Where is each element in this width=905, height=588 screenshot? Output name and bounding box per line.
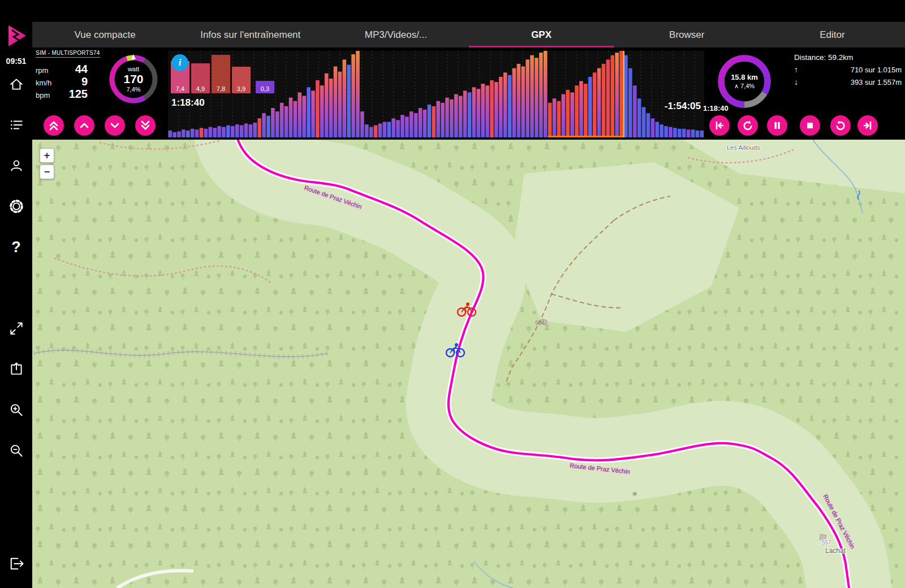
elevation-bar [266,116,270,137]
tab-vue-compacte[interactable]: Vue compacte [32,22,178,47]
elevation-bar [294,101,298,137]
tab-gpx[interactable]: GPX [469,22,614,47]
remaining-time: -1:54:05 [665,101,701,112]
skip-to-start-button[interactable] [709,115,730,136]
elevation-chart: 7,44,97,83,90,3 [168,51,704,137]
elevation-bar [347,65,351,138]
elevation-bar [700,131,704,137]
power-unit: watt [128,66,139,72]
power-gauge-readout: watt 170 7,4% [107,53,160,105]
elevation-bar [530,55,534,137]
elevation-bar [383,122,387,138]
elevation-bar [548,103,552,137]
jump-up-button[interactable] [74,115,94,136]
jump-up-fast-button[interactable] [44,115,64,136]
elevation-bar [209,127,213,137]
elevation-bar [351,54,355,137]
elevation-bar [419,108,423,137]
total-distance: Distance: 59.2km [794,51,902,63]
metric-value: 44 [59,63,88,76]
metric-label: rpm [36,66,59,75]
grade-segment-label: 4,9 [196,85,205,92]
zoom-in-button[interactable]: + [40,148,54,163]
elevation-bar [606,59,610,137]
elevation-bar [400,115,404,137]
fullscreen-icon[interactable] [7,319,26,338]
settings-gear-icon[interactable] [7,197,26,216]
elevation-bar [200,128,204,137]
tab-mp3-videos[interactable]: MP3/Videos/... [323,22,468,47]
elevation-bar [257,118,261,137]
map-zoom-in-icon[interactable] [7,400,26,420]
elevation-bar [262,113,266,137]
map-zoom-controls: + − [40,148,54,179]
elevation-bar [343,59,347,137]
exit-icon[interactable] [7,554,26,573]
elevation-bar [280,103,284,137]
dashboard: SIM - MULTISPORTS74 rpm 44 km/h 9 bpm 12… [32,47,905,140]
elevation-bar [217,126,221,137]
elevation-bar [302,96,306,137]
poi-marker: ✳ [632,490,637,498]
elevation-bar [682,129,686,137]
elevation-bar [298,92,302,137]
elevation-bar [414,113,418,137]
elevation-bar [566,90,570,137]
elevation-bar [557,101,561,137]
elevation-bar [673,128,677,137]
elevation-bar [660,124,663,137]
elevation-bar [562,94,566,138]
elevation-bar [535,58,538,137]
jump-down-fast-button[interactable] [135,115,156,136]
jump-down-button[interactable] [105,115,125,136]
profile-icon[interactable] [7,156,26,175]
elevation-bar [360,111,364,137]
reload-button[interactable] [830,115,851,136]
elevation-bar [696,131,700,137]
profile-name: SIM - MULTISPORTS74 [36,50,100,58]
elevation-bar [195,129,199,137]
tab-editor[interactable]: Editor [760,22,905,47]
metric-label: km/h [36,79,59,87]
elevation-bar [485,85,489,137]
descent-arrow-icon: ↓ [794,77,805,87]
elevation-bar [244,124,248,138]
elevation-bar [664,126,668,137]
elevation-profile[interactable]: 7,44,97,83,90,3 i 1:18:40 -1:54:05 [168,51,704,137]
pause-button[interactable] [767,115,787,136]
map-zoom-out-icon[interactable] [7,441,26,460]
info-icon[interactable]: i [171,54,188,71]
elevation-bar [253,123,257,137]
reset-button[interactable] [738,115,758,136]
metric-value: 125 [59,88,88,101]
grade-segment-label: 7,8 [217,85,225,92]
elevation-bar [656,122,660,138]
elevation-bar [463,90,467,137]
tab-browser[interactable]: Browser [614,22,760,47]
home-icon[interactable] [7,75,26,94]
elevation-bar [687,129,691,137]
elevation-bar [633,85,637,137]
tab-infos-entrainement[interactable]: Infos sur l'entraînement [178,22,323,47]
help-icon[interactable]: ? [7,237,26,257]
elevation-bar [316,80,320,137]
elevation-bar [691,129,695,137]
elevation-bar [226,126,230,137]
app-logo-icon[interactable] [5,23,28,51]
stop-button[interactable] [800,115,820,136]
elevation-bar [378,124,382,138]
elevation-bar [186,131,190,137]
clock-time: 09:51 [6,57,27,66]
elevation-bar [249,124,253,137]
elevation-bar [307,87,311,137]
import-save-icon[interactable] [7,360,26,379]
workout-list-icon[interactable] [7,115,26,135]
map-canvas[interactable]: Les Aillouds Route de Praz Véchin Route … [32,140,905,588]
elevation-bar [597,68,601,137]
power-value: 170 [123,72,143,85]
elevation-bar [311,90,315,137]
skip-to-end-button[interactable] [857,115,878,136]
zoom-out-button[interactable]: − [40,165,54,179]
elevation-bar [575,85,579,137]
map-svg[interactable]: Les Aillouds Route de Praz Véchin Route … [32,140,905,588]
